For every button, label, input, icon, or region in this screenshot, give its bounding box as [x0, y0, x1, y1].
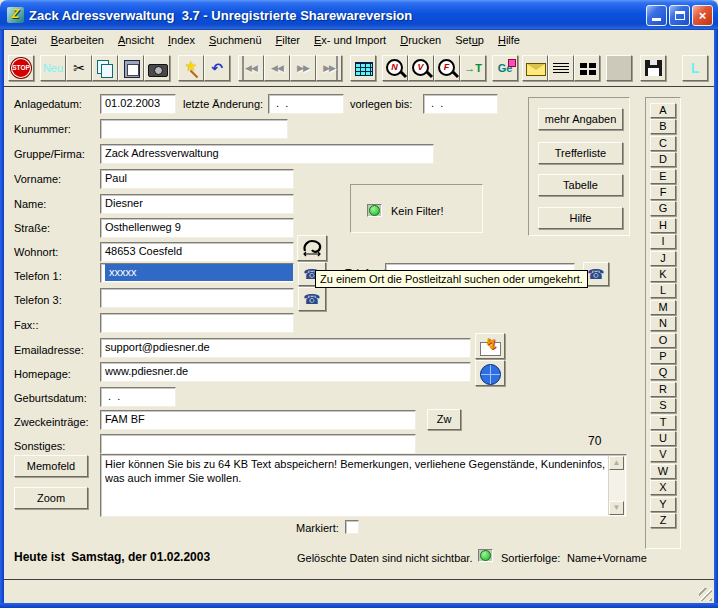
- letter-q-button[interactable]: Q: [650, 365, 676, 380]
- telefon3-field[interactable]: [100, 288, 294, 308]
- zoom-button[interactable]: Zoom: [14, 487, 88, 509]
- letter-button[interactable]: [522, 55, 548, 81]
- photo-button[interactable]: [144, 55, 170, 81]
- letter-r-button[interactable]: R: [650, 382, 676, 397]
- title-bar[interactable]: Z Zack Adressverwaltung 3.7 - Unregistri…: [0, 0, 718, 30]
- letter-c-button[interactable]: C: [650, 136, 676, 151]
- menu-item-bearbeiten[interactable]: Bearbeiten: [44, 32, 111, 48]
- sonstiges-field[interactable]: [100, 434, 416, 454]
- letter-g-button[interactable]: G: [650, 201, 676, 216]
- table-view-button[interactable]: [350, 55, 376, 81]
- gehe-zu-button[interactable]: Ge: [492, 55, 518, 81]
- menu-item-ex-und-import[interactable]: Ex- und Import: [307, 32, 393, 48]
- mehr-angaben-button[interactable]: mehr Angaben: [538, 108, 623, 130]
- menu-item-filter[interactable]: Filter: [269, 32, 307, 48]
- menu-item-setup[interactable]: Setup: [448, 32, 491, 48]
- menu-item-datei[interactable]: Datei: [4, 32, 44, 48]
- telefon1-field[interactable]: xxxxx: [100, 263, 294, 283]
- menu-item-index[interactable]: Index: [161, 32, 202, 48]
- letter-d-button[interactable]: D: [650, 152, 676, 167]
- email-field[interactable]: support@pdiesner.de: [100, 338, 471, 358]
- grid-view-button[interactable]: [574, 55, 600, 81]
- vorname-field[interactable]: Paul: [100, 169, 294, 189]
- cut-button[interactable]: ✂: [66, 55, 92, 81]
- menu-item-ansicht[interactable]: Ansicht: [111, 32, 161, 48]
- minimize-button[interactable]: [646, 5, 667, 26]
- letter-m-button[interactable]: M: [650, 300, 676, 315]
- letter-y-button[interactable]: Y: [650, 497, 676, 512]
- postleitzahl-search-button[interactable]: [297, 235, 327, 261]
- memo-scrollbar[interactable]: ▲ ▼: [608, 456, 625, 515]
- color-button[interactable]: [606, 55, 632, 81]
- letter-j-button[interactable]: J: [650, 251, 676, 266]
- resize-grip-icon[interactable]: [699, 588, 712, 601]
- letter-t-button[interactable]: T: [650, 415, 676, 430]
- markiert-checkbox[interactable]: [345, 520, 359, 534]
- undo-button[interactable]: ↶: [204, 55, 230, 81]
- letter-i-button[interactable]: I: [650, 234, 676, 249]
- letter-l-button[interactable]: L: [650, 283, 676, 298]
- goto-record-button[interactable]: →T: [460, 55, 486, 81]
- name-field[interactable]: Diesner: [100, 194, 294, 214]
- previous-record-button[interactable]: ◀◀: [264, 55, 290, 81]
- hilfe-button[interactable]: Hilfe: [538, 207, 623, 229]
- zweckeintraege-field[interactable]: FAM BF: [100, 410, 416, 430]
- anlagedatum-field[interactable]: 01.02.2003: [100, 94, 176, 114]
- label-print-button[interactable]: L: [682, 55, 708, 81]
- first-record-button[interactable]: ◀◀: [238, 55, 264, 81]
- menu-item-suchmen-[interactable]: Suchmenü: [202, 32, 269, 48]
- letter-p-button[interactable]: P: [650, 349, 676, 364]
- new-record-button[interactable]: Neu: [40, 55, 66, 81]
- zw-button[interactable]: Zw: [427, 409, 461, 430]
- search-name-button[interactable]: N: [382, 55, 408, 81]
- letter-n-button[interactable]: N: [650, 316, 676, 331]
- save-button[interactable]: [640, 55, 666, 81]
- dial-telefon3-button[interactable]: ☎: [298, 287, 326, 311]
- menu-item-hilfe[interactable]: Hilfe: [491, 32, 527, 48]
- letter-a-button[interactable]: A: [650, 103, 676, 118]
- trefferliste-button[interactable]: Trefferliste: [538, 142, 623, 164]
- homepage-field[interactable]: www.pdiesner.de: [100, 362, 471, 382]
- menu-item-drucken[interactable]: Drucken: [393, 32, 448, 48]
- letter-h-button[interactable]: H: [650, 218, 676, 233]
- tabelle-button[interactable]: Tabelle: [538, 174, 623, 196]
- letter-v-button[interactable]: V: [650, 447, 676, 462]
- letter-b-button[interactable]: B: [650, 119, 676, 134]
- magic-wand-button[interactable]: ★: [178, 55, 204, 81]
- scroll-up-button[interactable]: ▲: [609, 456, 624, 470]
- strasse-field[interactable]: Osthellenweg 9: [100, 218, 294, 238]
- list-view-button[interactable]: [548, 55, 574, 81]
- letter-z-button[interactable]: Z: [650, 513, 676, 528]
- stop-button[interactable]: STOP: [8, 55, 34, 81]
- paste-button[interactable]: [118, 55, 144, 81]
- scroll-down-button[interactable]: ▼: [609, 501, 624, 515]
- letter-x-button[interactable]: X: [650, 480, 676, 495]
- search-vorname-button[interactable]: V: [408, 55, 434, 81]
- memofeld-button[interactable]: Memofeld: [14, 455, 88, 477]
- open-homepage-button[interactable]: [475, 360, 505, 386]
- letter-e-button[interactable]: E: [650, 169, 676, 184]
- send-email-button[interactable]: ↯: [475, 333, 505, 359]
- selected-text[interactable]: xxxxx: [105, 264, 293, 281]
- kunummer-field[interactable]: [100, 119, 288, 139]
- letter-k-button[interactable]: K: [650, 267, 676, 282]
- letter-s-button[interactable]: S: [650, 398, 676, 413]
- letter-f-button[interactable]: F: [650, 185, 676, 200]
- letter-o-button[interactable]: O: [650, 333, 676, 348]
- telefon3-label: Telefon 3:: [14, 294, 62, 306]
- fax-field[interactable]: [100, 313, 294, 333]
- geburtsdatum-field[interactable]: . .: [100, 387, 176, 407]
- memo-field[interactable]: Hier können Sie bis zu 64 KB Text abspei…: [100, 454, 627, 517]
- maximize-button[interactable]: [669, 5, 690, 26]
- search-firma-button[interactable]: F: [434, 55, 460, 81]
- letter-u-button[interactable]: U: [650, 431, 676, 446]
- last-record-button[interactable]: ▶▶: [316, 55, 342, 81]
- vorlegen-bis-field[interactable]: . .: [423, 94, 498, 114]
- copy-button[interactable]: [92, 55, 118, 81]
- letter-w-button[interactable]: W: [650, 464, 676, 479]
- wohnort-field[interactable]: 48653 Coesfeld: [100, 242, 294, 262]
- close-button[interactable]: ×: [692, 5, 713, 26]
- gruppe-firma-field[interactable]: Zack Adressverwaltung: [100, 144, 434, 164]
- next-record-button[interactable]: ▶▶: [290, 55, 316, 81]
- letzte-aenderung-field[interactable]: . .: [268, 94, 344, 114]
